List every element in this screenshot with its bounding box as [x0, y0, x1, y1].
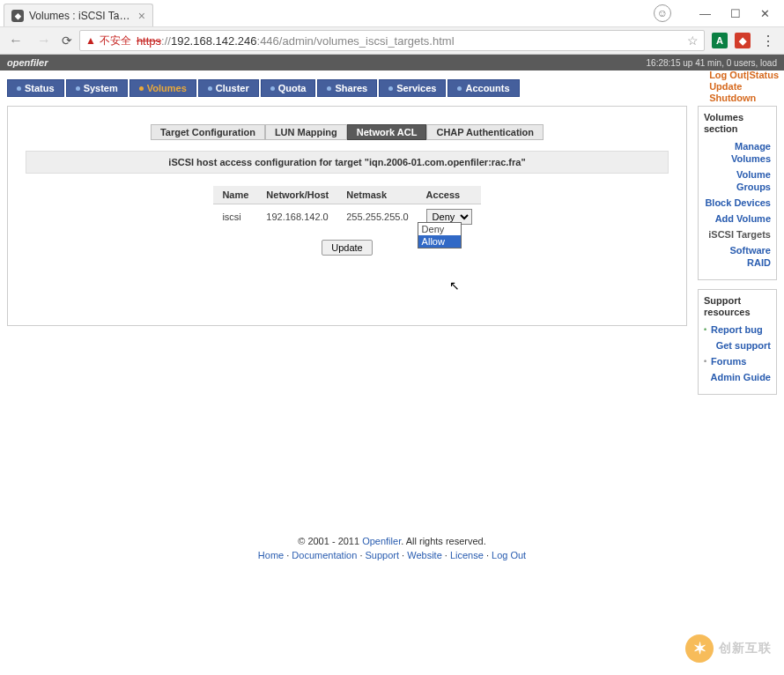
footer-logout[interactable]: Log Out: [492, 550, 526, 560]
link-get-support[interactable]: Get support: [704, 339, 771, 352]
nav-status[interactable]: Status: [7, 79, 64, 97]
url-input[interactable]: ▲ 不安全 https://192.168.142.246:446/admin/…: [79, 30, 705, 51]
link-iscsi-targets[interactable]: iSCSI Targets: [704, 228, 771, 241]
uptime-text: 16:28:15 up 41 min, 0 users, load: [647, 59, 777, 67]
url-path: :446/admin/volumes_iscsi_targets.html: [257, 34, 455, 48]
extension-a-icon[interactable]: A: [712, 33, 728, 48]
subtab-chap-auth[interactable]: CHAP Authentication: [426, 124, 544, 140]
link-manage-volumes[interactable]: Manage Volumes: [704, 140, 771, 165]
tab-favicon-icon: ◆: [11, 10, 24, 22]
cell-access: Deny Deny Allow: [418, 204, 481, 230]
nav-shares[interactable]: Shares: [317, 79, 377, 97]
support-title: Support resources: [704, 295, 771, 318]
col-mask: Netmask: [337, 186, 417, 204]
subtab-lun-mapping[interactable]: LUN Mapping: [265, 124, 347, 140]
link-status[interactable]: Status: [749, 70, 779, 80]
volumes-section-title: Volumes section: [704, 112, 771, 135]
footer-home[interactable]: Home: [258, 550, 284, 560]
tab-close-icon[interactable]: ×: [138, 9, 145, 23]
nav-system[interactable]: System: [66, 79, 128, 97]
user-avatar-icon[interactable]: ☺: [654, 4, 671, 22]
table-header-row: Name Network/Host Netmask Access: [213, 186, 480, 204]
nav-accounts[interactable]: Accounts: [447, 79, 519, 97]
link-volume-groups[interactable]: Volume Groups: [704, 168, 771, 193]
dot-icon: [76, 86, 80, 91]
access-dropdown-menu: Deny Allow: [418, 222, 462, 248]
sub-tabs: Target ConfigurationLUN MappingNetwork A…: [17, 124, 677, 140]
footer-license[interactable]: License: [450, 550, 484, 560]
window-close-icon[interactable]: ✕: [760, 7, 770, 20]
bookmark-star-icon[interactable]: ☆: [687, 33, 699, 48]
col-access: Access: [418, 186, 481, 204]
dot-icon: [139, 86, 144, 91]
window-maximize-icon[interactable]: ☐: [730, 7, 741, 20]
table-row: iscsi 192.168.142.0 255.255.255.0 Deny D…: [213, 204, 480, 230]
window-minimize-icon[interactable]: —: [699, 7, 711, 20]
right-sidebar: Volumes section Manage Volumes Volume Gr…: [698, 106, 777, 395]
link-add-volume[interactable]: Add Volume: [704, 212, 771, 225]
footer-support[interactable]: Support: [366, 550, 400, 560]
watermark: ✶ 创新互联: [685, 634, 772, 663]
cell-host: 192.168.142.0: [257, 204, 337, 230]
header-quick-links: Log Out|Status Update Shutdown: [709, 70, 779, 104]
link-shutdown[interactable]: Shutdown: [709, 93, 779, 104]
nav-services[interactable]: Services: [379, 79, 446, 97]
cell-name: iscsi: [213, 204, 257, 230]
subtab-network-acl[interactable]: Network ACL: [347, 124, 427, 140]
footer-docs[interactable]: Documentation: [292, 550, 357, 560]
nav-forward-icon: →: [33, 33, 55, 48]
watermark-logo-icon: ✶: [685, 634, 714, 663]
browser-tab[interactable]: ◆ Volumes : iSCSI Target… ×: [4, 4, 153, 26]
access-option-allow[interactable]: Allow: [418, 235, 461, 248]
link-block-devices[interactable]: Block Devices: [704, 197, 771, 209]
watermark-text: 创新互联: [719, 641, 772, 656]
warning-icon: ▲: [85, 34, 96, 47]
url-protocol: https: [137, 34, 161, 48]
extension-shield-icon[interactable]: ◆: [735, 33, 751, 48]
content-panel: Target ConfigurationLUN MappingNetwork A…: [7, 106, 687, 326]
link-admin-guide[interactable]: Admin Guide: [704, 371, 771, 383]
app-header: openfiler 16:28:15 up 41 min, 0 users, l…: [0, 55, 784, 70]
link-report-bug[interactable]: Report bug: [704, 323, 771, 336]
window-controls: ☺ — ☐ ✕: [654, 4, 780, 22]
page-footer: © 2001 - 2011 Openfiler. All rights rese…: [7, 536, 777, 560]
acl-table: Name Network/Host Netmask Access iscsi 1…: [213, 186, 480, 229]
update-button[interactable]: Update: [322, 240, 372, 256]
browser-address-bar: ← → ⟳ ▲ 不安全 https://192.168.142.246:446/…: [0, 26, 784, 55]
nav-back-icon[interactable]: ←: [5, 33, 26, 48]
col-name: Name: [213, 186, 257, 204]
col-host: Network/Host: [257, 186, 337, 204]
subtab-target-config[interactable]: Target Configuration: [151, 124, 265, 140]
browser-titlebar: ◆ Volumes : iSCSI Target… × ☺ — ☐ ✕: [0, 0, 784, 26]
dot-icon: [208, 86, 212, 91]
link-logout[interactable]: Log Out: [709, 70, 746, 80]
link-software-raid[interactable]: Software RAID: [704, 244, 771, 269]
access-option-deny[interactable]: Deny: [418, 223, 461, 235]
dot-icon: [17, 86, 21, 91]
volumes-section-box: Volumes section Manage Volumes Volume Gr…: [698, 106, 777, 280]
dot-icon: [327, 86, 331, 91]
link-update[interactable]: Update: [709, 81, 779, 93]
footer-openfiler-link[interactable]: Openfiler: [362, 536, 401, 546]
config-banner: iSCSI host access configuration for targ…: [26, 151, 669, 174]
nav-quota[interactable]: Quota: [261, 79, 316, 97]
url-host: 192.168.142.246: [171, 34, 257, 48]
link-forums[interactable]: Forums: [704, 355, 771, 367]
dot-icon: [270, 86, 275, 91]
dot-icon: [388, 86, 393, 91]
cell-mask: 255.255.255.0: [337, 204, 417, 230]
tab-title: Volumes : iSCSI Target…: [29, 10, 133, 22]
main-nav: Status System Volumes Cluster Quota Shar…: [7, 79, 777, 97]
dot-icon: [457, 86, 462, 91]
support-resources-box: Support resources Report bug Get support…: [698, 289, 777, 395]
nav-reload-icon[interactable]: ⟳: [62, 33, 72, 48]
browser-menu-icon[interactable]: ⋮: [758, 33, 779, 49]
nav-cluster[interactable]: Cluster: [198, 79, 259, 97]
nav-volumes[interactable]: Volumes: [129, 79, 196, 97]
app-logo: openfiler: [7, 57, 48, 68]
insecure-badge[interactable]: ▲ 不安全: [85, 33, 131, 48]
footer-website[interactable]: Website: [407, 550, 442, 560]
